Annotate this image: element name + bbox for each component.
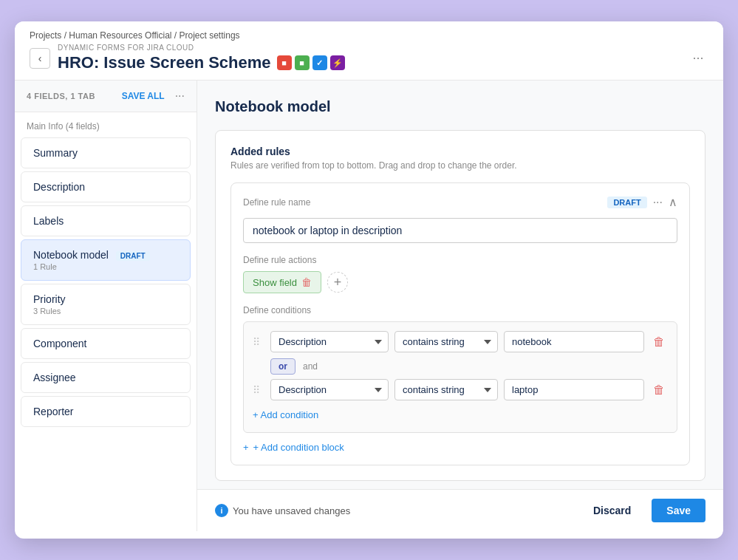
add-condition-button[interactable]: + Add condition	[253, 406, 318, 423]
draft-badge: DRAFT	[116, 251, 150, 261]
unsaved-message: i You have unsaved changes	[215, 504, 350, 517]
sidebar-item-notebook-model[interactable]: Notebook model DRAFT 1 Rule	[21, 239, 191, 281]
rules-section-header: Added rules Rules are verified from top …	[230, 146, 690, 171]
show-field-button[interactable]: Show field 🗑	[243, 271, 321, 293]
sidebar: 4 FIELDS, 1 TAB SAVE ALL ··· Main Info (…	[15, 81, 197, 531]
rule-collapse-button[interactable]: ∧	[669, 195, 677, 209]
sidebar-item-labels[interactable]: Labels	[21, 205, 191, 236]
condition-1-field-select[interactable]: Description Summary Labels	[270, 331, 389, 352]
app-icons: ■ ■ ✓ ⚡	[277, 55, 345, 70]
condition-row-1: ⠿ Description Summary Labels contains st…	[253, 331, 668, 352]
plus-icon: +	[243, 442, 249, 453]
top-bar: Projects / Human Resources Official / Pr…	[15, 21, 723, 81]
app-icon-blue: ✓	[312, 55, 327, 70]
drag-handle-2: ⠿	[253, 384, 264, 396]
top-more-button[interactable]: ···	[688, 48, 708, 69]
sidebar-item-component[interactable]: Component	[21, 328, 191, 359]
action-delete-icon[interactable]: 🗑	[301, 276, 312, 288]
rule-name-label: Define rule name	[243, 197, 310, 208]
sidebar-item-reporter[interactable]: Reporter	[21, 396, 191, 427]
app-title: HRO: Issue Screen Scheme ■ ■ ✓ ⚡	[58, 53, 345, 72]
sidebar-section-label: Main Info (4 fields)	[15, 112, 197, 136]
condition-1-delete-button[interactable]: 🗑	[650, 332, 668, 352]
condition-2-operator-select[interactable]: contains string does not contain equals	[394, 379, 498, 400]
logic-row: or and	[270, 358, 668, 375]
add-action-button[interactable]: +	[327, 272, 348, 293]
app-icon-green: ■	[295, 55, 310, 70]
app-icon-purple: ⚡	[330, 55, 345, 70]
app-subtitle: DYNAMIC FORMS FOR JIRA CLOUD	[58, 44, 345, 52]
condition-2-field-select[interactable]: Description Summary Labels	[270, 379, 389, 400]
rule-draft-tag: DRAFT	[607, 197, 646, 208]
sidebar-item-description[interactable]: Description	[21, 171, 191, 202]
app-window: Projects / Human Resources Official / Pr…	[15, 21, 723, 539]
added-rules-desc: Rules are verified from top to bottom. D…	[230, 160, 690, 171]
action-row: Show field 🗑 +	[243, 271, 677, 293]
save-button[interactable]: Save	[652, 499, 705, 522]
save-all-button[interactable]: SAVE ALL	[116, 88, 171, 104]
condition-row-2: ⠿ Description Summary Labels contains st…	[253, 379, 668, 400]
rules-section: Added rules Rules are verified from top …	[215, 130, 705, 481]
actions-label: Define rule actions	[243, 255, 677, 265]
condition-2-value-input[interactable]	[504, 379, 644, 400]
rule-card: Define rule name DRAFT ··· ∧ Define rule…	[230, 182, 690, 465]
add-condition-block-button[interactable]: + + Add condition block	[243, 433, 344, 453]
condition-2-delete-button[interactable]: 🗑	[650, 380, 668, 400]
main-layout: 4 FIELDS, 1 TAB SAVE ALL ··· Main Info (…	[15, 81, 723, 531]
rule-card-header: Define rule name DRAFT ··· ∧	[243, 195, 677, 209]
logic-and-label: and	[303, 361, 318, 372]
content-area: Notebook model Added rules Rules are ver…	[197, 81, 723, 489]
sidebar-item-summary[interactable]: Summary	[21, 137, 191, 168]
conditions-label: Define conditions	[243, 305, 677, 315]
breadcrumb: Projects / Human Resources Official / Pr…	[30, 30, 708, 41]
content-wrapper: Notebook model Added rules Rules are ver…	[197, 81, 723, 531]
bottom-bar: i You have unsaved changes Discard Save	[197, 489, 723, 531]
sidebar-more-button[interactable]: ···	[175, 89, 185, 103]
app-icon-red: ■	[277, 55, 292, 70]
added-rules-title: Added rules	[230, 146, 690, 157]
sidebar-item-assignee[interactable]: Assignee	[21, 362, 191, 393]
condition-1-value-input[interactable]	[504, 331, 644, 352]
logic-or-button[interactable]: or	[270, 358, 295, 375]
rule-name-input[interactable]	[243, 218, 677, 243]
sidebar-toolbar: 4 FIELDS, 1 TAB SAVE ALL ···	[15, 81, 197, 112]
conditions-area: ⠿ Description Summary Labels contains st…	[243, 321, 677, 433]
drag-handle-1: ⠿	[253, 336, 264, 348]
content-title: Notebook model	[215, 98, 705, 115]
rule-header-right: DRAFT ··· ∧	[607, 195, 677, 209]
info-icon: i	[215, 504, 228, 517]
back-button[interactable]: ‹	[30, 48, 50, 69]
fields-count: 4 FIELDS, 1 TAB	[27, 92, 95, 100]
sidebar-item-priority[interactable]: Priority 3 Rules	[21, 284, 191, 325]
rule-more-button[interactable]: ···	[653, 196, 663, 209]
discard-button[interactable]: Discard	[581, 499, 643, 522]
condition-1-operator-select[interactable]: contains string does not contain equals	[394, 331, 498, 352]
